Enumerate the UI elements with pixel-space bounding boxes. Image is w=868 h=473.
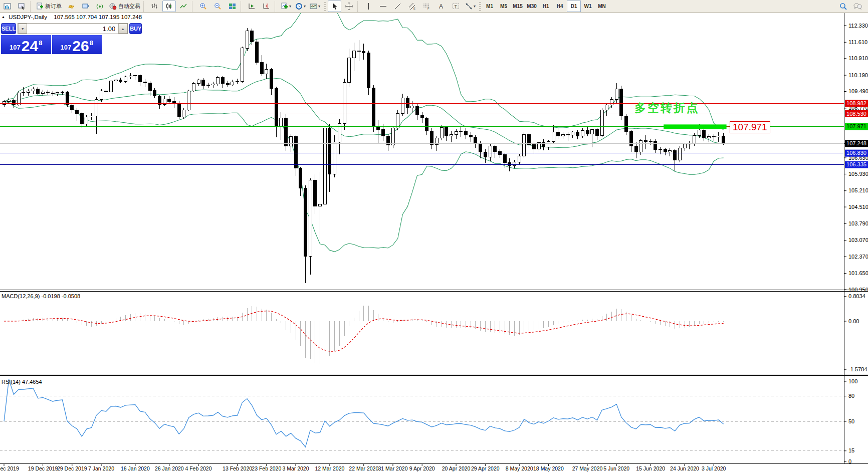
tile-windows-button[interactable] <box>226 1 239 12</box>
lot-size-stepper: ▼ ▲ <box>18 23 128 34</box>
search-icon <box>839 3 847 11</box>
tab-timeframe-m1[interactable]: M1 <box>483 1 497 12</box>
bid-pips: 24 <box>22 40 38 53</box>
tab-timeframe-h1[interactable]: H1 <box>539 1 553 12</box>
svg-text:0.8034: 0.8034 <box>848 293 865 299</box>
ask-pips: 26 <box>72 40 89 53</box>
horizontal-line-icon <box>379 3 387 10</box>
lot-increase-button[interactable]: ▲ <box>118 24 127 34</box>
rsi-level-lines <box>0 396 844 451</box>
tab-timeframe-m5[interactable]: M5 <box>497 1 511 12</box>
tab-timeframe-h4[interactable]: H4 <box>553 1 567 12</box>
chart-title: ▲ USDJPY-,Daily 107.565 107.704 107.195 … <box>2 14 142 20</box>
bid-point: 8 <box>39 39 42 47</box>
chart-annotation-text: 多空转折点 <box>634 100 700 116</box>
publisher-button[interactable] <box>79 1 92 12</box>
svg-text:7 Jan 2020: 7 Jan 2020 <box>88 465 114 471</box>
tab-timeframe-m15[interactable]: M15 <box>511 1 525 12</box>
add-indicator-button[interactable]: ▾ <box>279 1 293 12</box>
bar-chart-mode-button[interactable] <box>148 1 161 12</box>
horizontal-line-tool-button[interactable] <box>376 1 390 12</box>
bid-quote-button[interactable]: 107 24 8 <box>1 35 51 54</box>
tab-timeframe-d1[interactable]: D1 <box>567 1 581 12</box>
svg-text:108.982: 108.982 <box>846 100 866 106</box>
zoom-in-button[interactable] <box>196 1 210 12</box>
svg-text:20 Apr 2020: 20 Apr 2020 <box>442 465 471 471</box>
candles-layer <box>3 28 725 283</box>
text-tool-button[interactable]: A <box>435 1 448 12</box>
auto-scroll-button[interactable] <box>245 1 259 12</box>
sell-button[interactable]: SELL <box>1 23 16 34</box>
svg-text:100.950: 100.950 <box>848 287 868 293</box>
zoom-out-icon <box>214 3 222 10</box>
pane-separator[interactable] <box>0 290 868 376</box>
chat-bubbles-icon <box>853 3 862 10</box>
rsi-line <box>4 379 724 447</box>
cursor-tool-button[interactable] <box>328 1 341 12</box>
new-chart-button[interactable] <box>1 1 14 12</box>
autotrading-button[interactable]: 自动交易 <box>108 1 142 12</box>
price-callout-label[interactable]: 107.971 <box>730 121 770 133</box>
chart-ohlc-values: 107.565 107.704 107.195 107.248 <box>54 14 142 20</box>
svg-text:101.650: 101.650 <box>848 270 868 276</box>
tab-timeframe-w1[interactable]: W1 <box>581 1 595 12</box>
quote-row: 107 24 8 107 26 8 <box>1 35 102 54</box>
svg-text:3 Jul 2020: 3 Jul 2020 <box>702 465 726 471</box>
toolbar-grip[interactable] <box>479 2 481 11</box>
lot-decrease-button[interactable]: ▼ <box>18 24 27 34</box>
tab-timeframe-m30[interactable]: M30 <box>525 1 539 12</box>
arrow-objects-icon <box>465 3 473 10</box>
chart-shift-button[interactable] <box>260 1 273 12</box>
svg-text:112.330: 112.330 <box>848 23 868 29</box>
tab-timeframe-mn[interactable]: MN <box>595 1 609 12</box>
macd-histogram <box>4 306 724 364</box>
clock-icon <box>295 3 303 10</box>
svg-text:15: 15 <box>848 447 854 453</box>
svg-text:24 Jun 2020: 24 Jun 2020 <box>670 465 699 471</box>
line-chart-mode-button[interactable] <box>177 1 190 12</box>
svg-text:F: F <box>427 7 429 10</box>
crosshair-tool-button[interactable] <box>342 1 356 12</box>
buy-button[interactable]: BUY <box>129 23 142 34</box>
chart-canvas[interactable]: 112.330111.610110.910110.190109.490108.7… <box>0 0 868 473</box>
add-indicator-icon <box>281 3 288 10</box>
periods-button[interactable]: ▾ <box>294 1 307 12</box>
new-order-button[interactable]: 新订单 <box>35 1 63 12</box>
chat-button[interactable] <box>851 1 864 12</box>
text-label-tool-button[interactable]: T <box>449 1 463 12</box>
svg-text:110.910: 110.910 <box>848 55 868 61</box>
autotrading-icon <box>109 3 117 10</box>
subwindow-arrow-icon[interactable]: ▲ <box>2 15 5 19</box>
equidistant-channel-icon: E <box>408 3 416 10</box>
search-button[interactable] <box>836 1 850 12</box>
mql5-market-button[interactable] <box>64 1 78 12</box>
zoom-out-button[interactable] <box>211 1 225 12</box>
crosshair-icon <box>345 3 353 10</box>
ask-quote-button[interactable]: 107 26 8 <box>52 35 102 54</box>
fibonacci-tool-button[interactable]: F <box>420 1 433 12</box>
chart-shift-icon <box>263 3 270 10</box>
templates-button[interactable]: ▾ <box>308 1 322 12</box>
lot-size-input[interactable] <box>27 24 118 34</box>
signals-button[interactable] <box>93 1 107 12</box>
vertical-line-tool-button[interactable] <box>362 1 375 12</box>
equidistant-channel-tool-button[interactable]: E <box>405 1 419 12</box>
arrows-tool-button[interactable]: ▾ <box>464 1 477 12</box>
toolbar-separator <box>143 2 146 12</box>
rsi-axis: 1008050150 <box>844 378 857 464</box>
svg-text:29 Dec 2019: 29 Dec 2019 <box>57 465 87 471</box>
trendline-icon <box>394 3 401 10</box>
candlestick-mode-button[interactable] <box>162 1 176 12</box>
market-watch-button[interactable] <box>15 1 29 12</box>
highlight-trend-bar[interactable] <box>664 124 730 129</box>
svg-text:10 Dec 2019: 10 Dec 2019 <box>0 465 19 471</box>
svg-text:100: 100 <box>848 378 857 384</box>
toolbar-grip[interactable] <box>324 2 326 11</box>
chevron-down-icon: ▾ <box>318 4 320 9</box>
svg-text:13 Feb 2020: 13 Feb 2020 <box>223 465 252 471</box>
bar-chart-icon <box>151 3 158 10</box>
svg-text:A: A <box>439 3 443 10</box>
chart-window: 112.330111.610110.910110.190109.490108.7… <box>0 0 868 473</box>
svg-text:105.930: 105.930 <box>848 171 868 177</box>
trendline-tool-button[interactable] <box>391 1 404 12</box>
